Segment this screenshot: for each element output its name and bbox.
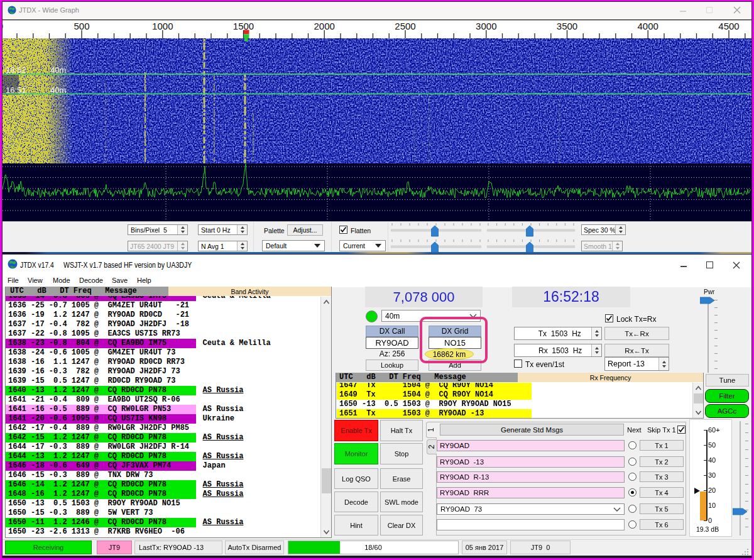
svg-text:1500: 1500 (233, 21, 254, 31)
svg-text:1000: 1000 (152, 21, 173, 31)
svg-text:3000: 3000 (476, 21, 496, 31)
svg-text:16:52: 16:52 (6, 65, 26, 75)
svg-text:4500: 4500 (718, 21, 739, 31)
svg-text:500: 500 (74, 21, 89, 31)
svg-text:16:51: 16:51 (6, 85, 26, 95)
svg-text:2000: 2000 (314, 21, 335, 31)
svg-text:4000: 4000 (638, 21, 658, 31)
svg-text:40m: 40m (50, 85, 66, 95)
svg-text:40m: 40m (50, 65, 66, 75)
svg-text:0: 0 (3, 21, 3, 31)
svg-text:3500: 3500 (557, 21, 577, 31)
svg-text:2500: 2500 (395, 21, 415, 31)
